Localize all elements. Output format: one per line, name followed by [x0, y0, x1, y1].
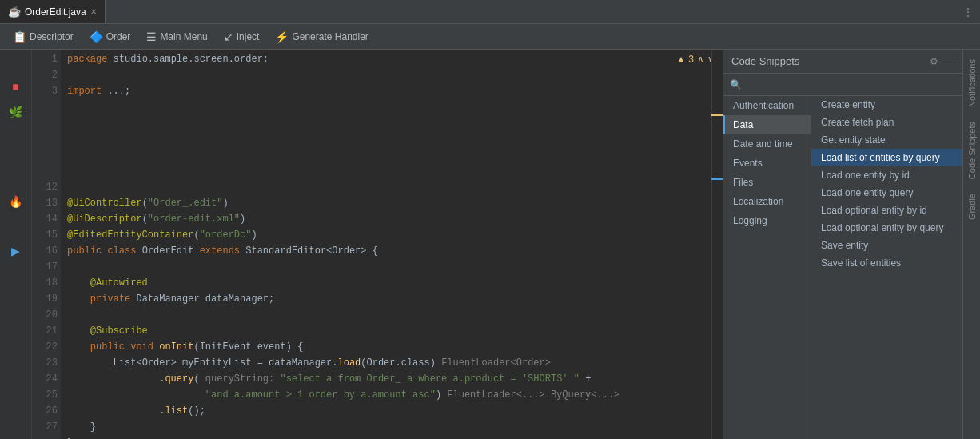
gutter-icon-leaf: 🌿 — [3, 99, 29, 125]
gutter-icon-arrow: ▶ — [3, 238, 29, 264]
snippets-search-bar: 🔍 — [723, 74, 962, 96]
snippet-load-one-entity-query[interactable]: Load one entity query — [811, 184, 962, 202]
tab-label: OrderEdit.java — [25, 6, 86, 18]
order-label: Order — [106, 31, 131, 42]
main-layout: ■ 🌿 🔥 ▶ ▲ 3 ∧ ∨ 1 2 3 12 13 14 — [0, 50, 980, 439]
category-events[interactable]: Events — [723, 154, 811, 173]
line-numbers: 1 2 3 12 13 14 15 16 17 18 19 20 21 22 — [32, 50, 61, 439]
editor-area: ▲ 3 ∧ ∨ 1 2 3 12 13 14 15 16 17 18 — [32, 50, 723, 439]
inject-icon: ↙ — [224, 30, 233, 43]
editor-content: 1 2 3 12 13 14 15 16 17 18 19 20 21 22 — [32, 50, 723, 439]
snippet-load-optional-entity-by-query[interactable]: Load optional entity by query — [811, 219, 962, 237]
snippet-save-list-of-entities[interactable]: Save list of entities — [811, 254, 962, 272]
snippet-create-fetch-plan[interactable]: Create fetch plan — [811, 114, 962, 131]
category-authentication[interactable]: Authentication — [723, 96, 811, 115]
snippet-get-entity-state[interactable]: Get entity state — [811, 131, 962, 149]
snippet-load-list-entities-by-query[interactable]: Load list of entities by query — [811, 149, 962, 166]
vtab-gradle[interactable]: Gradle — [965, 187, 979, 226]
descriptor-label: Descriptor — [30, 31, 74, 42]
generate-handler-button[interactable]: ⚡ Generate Handler — [269, 28, 374, 46]
editor-tab[interactable]: ☕ OrderEdit.java ✕ — [0, 0, 106, 23]
editor-scrollbar[interactable] — [711, 50, 723, 439]
vertical-tabs: Notifications Code Snippets Gradle — [962, 50, 980, 439]
category-data[interactable]: Data — [723, 115, 811, 134]
descriptor-button[interactable]: 📋 Descriptor — [6, 28, 80, 46]
snippet-create-entity[interactable]: Create entity — [811, 96, 962, 114]
code-editor[interactable]: package studio.sample.screen.order; impo… — [61, 50, 711, 439]
generate-handler-icon: ⚡ — [275, 30, 289, 43]
snippet-load-optional-entity-by-id[interactable]: Load optional entity by id — [811, 202, 962, 219]
scroll-marker-1 — [711, 114, 723, 116]
vtab-code-snippets[interactable]: Code Snippets — [965, 115, 979, 186]
vtab-notifications[interactable]: Notifications — [965, 53, 979, 114]
main-menu-icon: ☰ — [146, 30, 157, 43]
main-menu-label: Main Menu — [160, 31, 207, 42]
snippet-load-one-entity-by-id[interactable]: Load one entity by id — [811, 166, 962, 184]
snippet-list: Create entity Create fetch plan Get enti… — [811, 96, 962, 439]
order-icon: 🔷 — [90, 30, 103, 43]
descriptor-icon: 📋 — [13, 30, 26, 43]
category-files[interactable]: Files — [723, 173, 811, 192]
snippets-panel: Code Snippets ⚙ — 🔍 Authentication Data … — [723, 50, 962, 439]
title-bar: ☕ OrderEdit.java ✕ ⋮ — [0, 0, 980, 24]
warning-nav-up[interactable]: ∧ — [697, 54, 704, 65]
tab-icon: ☕ — [8, 6, 21, 18]
main-menu-button[interactable]: ☰ Main Menu — [140, 28, 213, 46]
scroll-marker-2 — [711, 178, 723, 180]
warning-indicator: ▲ 3 ∧ ∨ — [676, 54, 715, 65]
category-localization[interactable]: Localization — [723, 192, 811, 211]
category-logging[interactable]: Logging — [723, 211, 811, 230]
snippet-save-entity[interactable]: Save entity — [811, 237, 962, 254]
inject-label: Inject — [237, 31, 260, 42]
snippets-panel-title: Code Snippets — [731, 55, 930, 67]
gutter-icon-error: 🔥 — [3, 189, 29, 214]
snippets-settings-icon[interactable]: ⚙ — [930, 56, 938, 67]
snippets-layout: Authentication Data Date and time Events… — [723, 96, 962, 439]
search-icon: 🔍 — [730, 79, 742, 90]
toolbar: 📋 Descriptor 🔷 Order ☰ Main Menu ↙ Injec… — [0, 24, 980, 50]
snippets-body: 🔍 Authentication Data Date and time Even… — [723, 74, 962, 439]
title-bar-menu-icon[interactable]: ⋮ — [962, 6, 980, 18]
snippets-minimize-icon[interactable]: — — [945, 56, 954, 67]
snippets-header: Code Snippets ⚙ — — [723, 50, 962, 74]
gutter-icon-1: ■ — [3, 74, 29, 99]
category-date-and-time[interactable]: Date and time — [723, 134, 811, 154]
warning-text: ▲ 3 — [676, 54, 694, 65]
generate-handler-label: Generate Handler — [292, 31, 368, 42]
tab-close-icon[interactable]: ✕ — [90, 7, 97, 16]
left-gutter: ■ 🌿 🔥 ▶ — [0, 50, 32, 439]
inject-button[interactable]: ↙ Inject — [217, 28, 266, 46]
snippets-search-input[interactable] — [745, 79, 956, 90]
category-list: Authentication Data Date and time Events… — [723, 96, 811, 439]
snippets-header-icons: ⚙ — — [930, 56, 954, 67]
order-button[interactable]: 🔷 Order — [83, 28, 137, 46]
